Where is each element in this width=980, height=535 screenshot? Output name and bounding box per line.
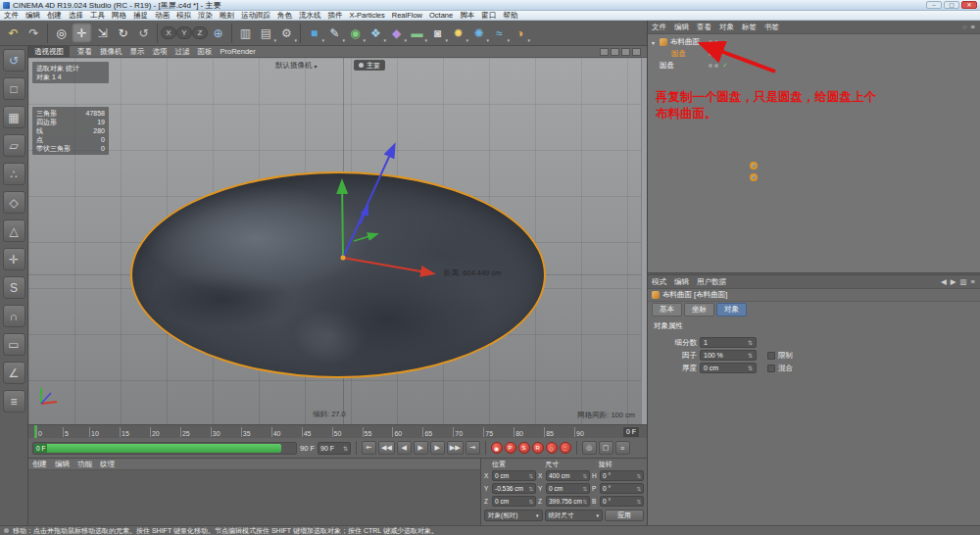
menubar-item[interactable]: 创建 — [47, 11, 62, 21]
viewport-layout-icon[interactable] — [611, 48, 619, 56]
om-menu-item[interactable]: 编辑 — [674, 23, 689, 32]
maximize-button[interactable]: ▢ — [944, 1, 959, 9]
make-editable-icon[interactable]: ↺ — [3, 49, 25, 72]
spline-pen-icon[interactable]: ✎▾ — [324, 23, 345, 43]
deformers-icon[interactable]: ◆▾ — [386, 23, 407, 43]
keying-scale-button[interactable]: S — [518, 442, 530, 454]
menubar-item[interactable]: 网格 — [112, 11, 126, 21]
rotate-tool-icon[interactable]: ↻ — [113, 23, 133, 43]
keying-position-button[interactable]: P — [505, 442, 516, 454]
attr-menu-icon[interactable]: ≡ — [971, 277, 975, 286]
range-start-chip[interactable]: 0 F — [34, 444, 47, 453]
attr-forward-icon[interactable]: ▶ — [951, 277, 956, 286]
viewport-menu-item[interactable]: 选项 — [153, 47, 168, 57]
workplane-lock-icon[interactable]: ▭ — [3, 333, 25, 356]
menubar-item[interactable]: RealFlow — [392, 11, 422, 20]
rotation-h-field[interactable]: 0 °⇅ — [600, 470, 644, 481]
menubar-item[interactable]: 雕刻 — [220, 11, 234, 21]
preview-range-slider[interactable]: 0 F — [32, 442, 297, 455]
camera-objects-icon[interactable]: ◙▾ — [427, 23, 448, 43]
primitive-cube-icon[interactable]: ■▾ — [304, 23, 324, 43]
viewport-menu-item[interactable]: ProRender — [220, 47, 256, 57]
previous-key-button[interactable]: ◀◀ — [378, 441, 395, 455]
realflow-menu-icon[interactable]: ≈▾ — [489, 23, 510, 43]
menubar-item[interactable]: 文件 — [4, 11, 19, 21]
menubar-item[interactable]: 流水线 — [299, 11, 321, 21]
spinner-icon[interactable]: ⇅ — [582, 486, 587, 492]
menubar-item[interactable]: 角色 — [277, 11, 292, 21]
viewport-menu-item[interactable]: 面板 — [198, 47, 213, 57]
viewport-menu-item[interactable]: 显示 — [130, 47, 145, 57]
move-tool-icon[interactable]: ✛ — [72, 23, 92, 43]
menubar-item[interactable]: 捕捉 — [133, 11, 148, 21]
keying-rotation-button[interactable]: R — [532, 442, 544, 454]
snap-enable-icon[interactable]: ∩ — [3, 305, 25, 327]
spinner-icon[interactable]: ⇅ — [528, 473, 533, 479]
attribute-tab[interactable]: 坐标 — [684, 303, 714, 316]
om-filter-icon[interactable]: ≡ — [971, 23, 975, 31]
size-y-field[interactable]: 0 cm⇅ — [546, 483, 590, 494]
spinner-icon[interactable]: ⇅ — [636, 499, 641, 505]
om-menu-item[interactable]: 标签 — [742, 23, 757, 32]
display-filter-icon[interactable]: ≡ — [3, 390, 25, 413]
environment-icon[interactable]: ▬▾ — [407, 23, 427, 43]
menubar-item[interactable]: 窗口 — [481, 11, 496, 21]
spinner-icon[interactable]: ⇅ — [528, 499, 533, 505]
viewport-layout-icon[interactable] — [600, 48, 609, 56]
menubar-item[interactable]: 工具 — [90, 11, 105, 21]
spinner-icon[interactable]: ⇅ — [582, 473, 587, 479]
rotation-p-field[interactable]: 0 °⇅ — [600, 483, 644, 494]
menubar-item[interactable]: Octane — [429, 11, 453, 20]
position-y-field[interactable]: -0.536 cm⇅ — [492, 483, 536, 494]
om-menu-item[interactable]: 书签 — [764, 23, 779, 32]
preview-range-bar[interactable] — [34, 444, 281, 453]
attr-menu-item[interactable]: 编辑 — [674, 277, 689, 287]
octane-menu-icon[interactable]: ◑▾ — [510, 23, 530, 43]
render-picture-viewer-icon[interactable]: ▤▾ — [256, 23, 276, 43]
material-menu-item[interactable]: 创建 — [32, 460, 47, 469]
menubar-item[interactable]: 模拟 — [176, 11, 191, 21]
material-menu-item[interactable]: 编辑 — [55, 460, 70, 469]
workplane-mode-icon[interactable]: ▱ — [3, 134, 25, 157]
model-mode-icon[interactable]: □ — [3, 77, 25, 100]
object-manager[interactable]: ▾布料曲面✓圆盘✓圆盘✓ 再复制一个圆盘，只是圆盘，给圆盘上个 布料曲面。 — [648, 34, 980, 272]
coordinate-system-icon[interactable]: ⊕ — [208, 23, 228, 43]
next-frame-button[interactable]: ▶ — [430, 441, 445, 455]
keying-parameter-button[interactable]: ◇ — [546, 442, 558, 454]
size-z-field[interactable]: 399.756 cm⇅ — [546, 496, 590, 507]
attr-panel-icon[interactable]: ▥ — [960, 277, 967, 286]
last-tool-icon[interactable]: ↺ — [133, 23, 154, 43]
position-z-field[interactable]: 0 cm⇅ — [492, 496, 536, 507]
xparticles-menu-icon[interactable]: ✺▾ — [468, 23, 489, 43]
spinner-icon[interactable]: ⇅ — [748, 365, 753, 371]
size-x-field[interactable]: 400 cm⇅ — [546, 470, 590, 481]
viewport-menu-item[interactable]: 过滤 — [175, 47, 190, 57]
take-hud[interactable]: 主要 — [354, 60, 385, 71]
viewport-canvas[interactable]: 选取对象 统计对象 1 4 三角形47858四边形19线280点0带状三角形0 … — [28, 58, 647, 424]
attr-back-icon[interactable]: ◀ — [941, 277, 947, 286]
apply-button[interactable]: 应用 — [605, 510, 644, 521]
texture-mode-icon[interactable]: ▦ — [3, 106, 25, 128]
spinner-icon[interactable]: ⇅ — [748, 352, 753, 359]
size-mode-dropdown[interactable]: 绝对尺寸▾ — [545, 510, 604, 521]
viewport-layout-icon[interactable] — [621, 48, 630, 56]
menubar-item[interactable]: 帮助 — [503, 11, 517, 21]
undo-icon[interactable]: ↶ — [3, 23, 24, 43]
spinner-icon[interactable]: ⇅ — [636, 486, 641, 492]
viewport-solo-icon[interactable]: S — [3, 276, 25, 299]
menubar-item[interactable]: 插件 — [328, 11, 343, 21]
checkbox[interactable] — [767, 352, 775, 360]
menubar-item[interactable]: 脚本 — [460, 11, 474, 21]
play-button[interactable]: ▶ — [414, 441, 428, 455]
viewport-tab[interactable]: 透视视图 — [28, 46, 70, 58]
om-search-icon[interactable]: ◌ — [962, 23, 966, 31]
points-mode-icon[interactable]: ∴ — [3, 163, 25, 185]
material-menu-item[interactable]: 功能 — [77, 460, 92, 469]
current-frame-field[interactable]: 90 F ⇅ — [318, 442, 351, 455]
edges-mode-icon[interactable]: ◇ — [3, 191, 25, 214]
menubar-item[interactable]: 编辑 — [25, 11, 40, 21]
enable-axis-icon[interactable]: ✛ — [3, 248, 25, 270]
light-objects-icon[interactable]: ✹▾ — [448, 23, 468, 43]
scale-tool-icon[interactable]: ⇲ — [92, 23, 113, 43]
spinner-icon[interactable]: ⇅ — [528, 486, 533, 492]
